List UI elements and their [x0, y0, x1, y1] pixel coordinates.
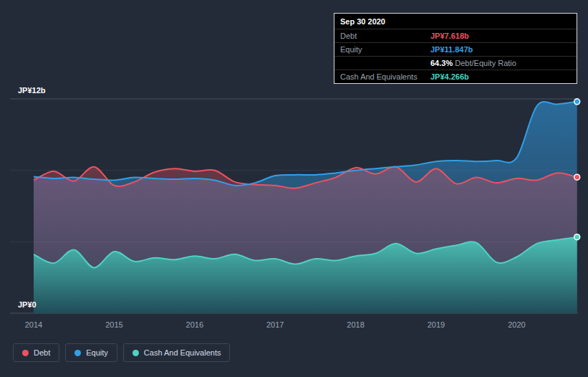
tooltip: Sep 30 2020 Debt JP¥7.618b Equity JP¥11.… — [334, 13, 577, 84]
x-tick-2020: 2020 — [498, 320, 534, 329]
ratio-label: Debt/Equity Ratio — [455, 59, 516, 67]
tooltip-row-cash: Cash And Equivalents JP¥4.266b — [334, 70, 577, 83]
x-tick-2014: 2014 — [16, 320, 52, 329]
tooltip-row-equity: Equity JP¥11.847b — [334, 43, 577, 57]
x-tick-2019: 2019 — [418, 320, 454, 329]
legend-item-debt-label: Debt — [34, 348, 50, 357]
tooltip-cash-value: JP¥4.266b — [430, 72, 469, 81]
debt-legend-dot — [22, 350, 29, 356]
ratio-percent: 64.3% — [430, 59, 453, 67]
equity-legend-dot — [74, 350, 81, 356]
tooltip-date: Sep 30 2020 — [334, 14, 577, 29]
y-axis-label-max: JP¥12b — [18, 86, 46, 95]
tooltip-equity-value: JP¥11.847b — [430, 45, 473, 54]
cash-legend-dot — [132, 350, 139, 356]
legend: Debt Equity Cash And Equivalents — [13, 343, 230, 362]
tooltip-cash-label: Cash And Equivalents — [340, 72, 430, 81]
tooltip-debt-label: Debt — [340, 32, 430, 40]
tooltip-equity-label: Equity — [340, 45, 430, 54]
tooltip-ratio-value: 64.3% Debt/Equity Ratio — [430, 59, 516, 67]
legend-item-equity-label: Equity — [86, 348, 108, 357]
x-axis: 2014201520162017201820192020 — [0, 320, 588, 332]
x-tick-2018: 2018 — [338, 320, 374, 329]
x-tick-2015: 2015 — [96, 320, 132, 329]
x-tick-2017: 2017 — [257, 320, 293, 329]
debt-equity-history-panel: JP¥12b JP¥0 2014201520162017201820192020… — [0, 0, 588, 377]
y-axis-label-min: JP¥0 — [18, 300, 37, 309]
legend-item-cash[interactable]: Cash And Equivalents — [123, 343, 231, 362]
x-tick-2016: 2016 — [177, 320, 213, 329]
cash-and-equivalents-endpoint-marker — [574, 234, 580, 240]
legend-item-cash-label: Cash And Equivalents — [144, 348, 221, 357]
tooltip-debt-value: JP¥7.618b — [430, 32, 469, 40]
legend-item-equity[interactable]: Equity — [65, 343, 117, 362]
equity-endpoint-marker — [574, 99, 580, 105]
tooltip-row-ratio: 64.3% Debt/Equity Ratio — [334, 57, 577, 70]
legend-item-debt[interactable]: Debt — [13, 343, 59, 362]
debt-endpoint-marker — [574, 174, 580, 180]
tooltip-row-debt: Debt JP¥7.618b — [334, 29, 577, 43]
